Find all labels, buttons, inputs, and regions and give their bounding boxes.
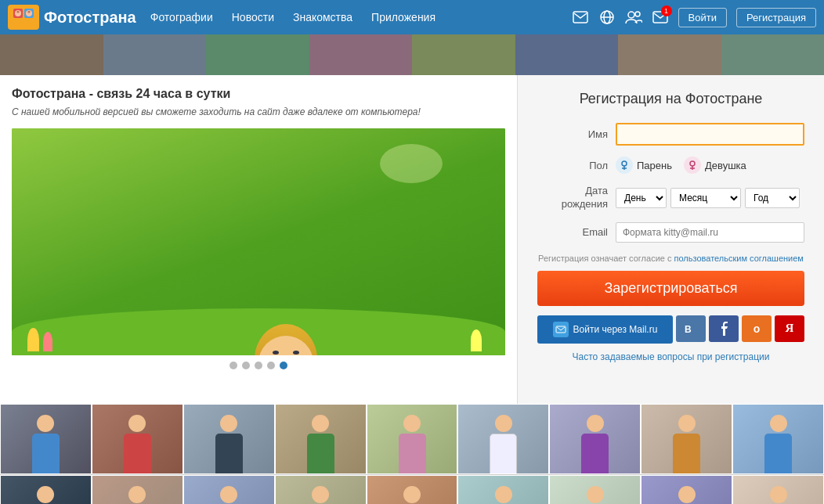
person-3 <box>213 415 244 473</box>
strip-photo-1 <box>0 34 103 75</box>
faq-link[interactable]: Часто задаваемые вопросы при регистрации <box>537 351 804 362</box>
photo-cell-15[interactable] <box>457 475 549 504</box>
dot-2[interactable] <box>242 362 250 369</box>
photo-cell-6[interactable] <box>457 404 549 474</box>
year-select[interactable]: Год <box>745 188 800 208</box>
slideshow-dots <box>12 362 505 369</box>
promo-section: Фотострана - связь 24 часа в сутки С наш… <box>12 87 505 119</box>
photo-cell-17[interactable] <box>641 475 732 504</box>
globe-icon[interactable] <box>598 9 616 26</box>
person-9 <box>763 415 794 473</box>
strip-photo-2 <box>103 34 207 75</box>
female-option[interactable]: Девушка <box>684 157 746 174</box>
name-input[interactable] <box>616 123 804 146</box>
photo-cell-16[interactable] <box>549 475 641 504</box>
person-8 <box>671 415 703 473</box>
main-content: Фотострана - связь 24 часа в сутки С наш… <box>0 75 824 404</box>
photo-row-2 <box>0 475 824 504</box>
male-icon <box>616 157 633 174</box>
strip-photo-6 <box>515 34 619 75</box>
registration-title: Регистрация на Фотостране <box>537 91 804 107</box>
photo-row-1 <box>0 404 824 474</box>
svg-text:B: B <box>685 324 692 334</box>
nav-apps[interactable]: Приложения <box>370 8 437 27</box>
logo-icon <box>8 5 39 30</box>
register-header-button[interactable]: Регистрация <box>736 8 816 27</box>
photo-cell-18[interactable] <box>732 475 824 504</box>
dot-1[interactable] <box>229 362 237 369</box>
photo-cell-7[interactable] <box>549 404 641 474</box>
mail-login-label: Войти через Mail.ru <box>573 324 658 335</box>
dot-3[interactable] <box>255 362 262 369</box>
promo-title: Фотострана - связь 24 часа в сутки <box>12 87 505 101</box>
odnoklassniki-login-button[interactable]: о <box>742 315 772 342</box>
social-login: Войти через Mail.ru B о Я <box>537 315 804 344</box>
dob-label: Дата рождения <box>537 185 608 211</box>
photo-cell-1[interactable] <box>0 404 92 474</box>
person-4 <box>305 415 336 473</box>
gender-row: Пол Парень <box>537 157 804 174</box>
date-selects: День Месяц Год <box>616 188 800 208</box>
svg-rect-4 <box>573 12 587 23</box>
male-option[interactable]: Парень <box>616 157 672 174</box>
messages-icon[interactable] <box>572 9 589 26</box>
users-icon[interactable] <box>625 9 642 26</box>
svg-point-9 <box>635 12 640 16</box>
email-input[interactable] <box>616 222 804 243</box>
facebook-login-button[interactable] <box>709 315 739 342</box>
photo-cell-8[interactable] <box>641 404 732 474</box>
hero-strip-photos <box>0 34 824 75</box>
person-16 <box>580 486 611 504</box>
person-1 <box>30 415 61 473</box>
photo-cell-2[interactable] <box>92 404 183 474</box>
svg-point-8 <box>628 12 634 18</box>
name-label: Имя <box>537 128 608 140</box>
nav-dating[interactable]: Знакомства <box>291 8 354 27</box>
female-label: Девушка <box>705 160 746 171</box>
vk-login-button[interactable]: B <box>676 315 706 342</box>
month-select[interactable]: Месяц <box>670 188 741 208</box>
promo-text: С нашей мобильной версией вы сможете зах… <box>12 105 505 119</box>
male-label: Парень <box>637 160 672 171</box>
day-select[interactable]: День <box>616 188 667 208</box>
logo[interactable]: Фотострана <box>8 5 136 30</box>
slideshow <box>12 128 505 355</box>
photo-cell-9[interactable] <box>732 404 824 474</box>
female-icon <box>684 157 701 174</box>
photo-cell-14[interactable] <box>367 475 458 504</box>
hero-strip <box>0 34 824 75</box>
person-7 <box>580 415 611 473</box>
person-2 <box>121 415 153 473</box>
mail-badge: 1 <box>661 5 672 16</box>
header: Фотострана Фотографии Новости Знакомства… <box>0 0 824 34</box>
photo-cell-11[interactable] <box>92 475 183 504</box>
strip-photo-4 <box>309 34 413 75</box>
agreement-link[interactable]: пользовательским соглашением <box>674 254 804 263</box>
svg-point-11 <box>622 161 627 166</box>
gender-label: Пол <box>537 160 608 171</box>
agreement-text: Регистрация означает согласие с <box>538 254 671 263</box>
mail-icon[interactable]: 1 <box>652 9 669 26</box>
photo-cell-3[interactable] <box>183 404 275 474</box>
login-button[interactable]: Войти <box>678 8 727 27</box>
email-label: Email <box>537 226 608 238</box>
nav-photos[interactable]: Фотографии <box>149 8 215 27</box>
photo-cell-4[interactable] <box>275 404 367 474</box>
photo-cell-10[interactable] <box>0 475 92 504</box>
main-nav: Фотографии Новости Знакомства Приложения <box>149 8 559 27</box>
strip-photo-5 <box>412 34 515 75</box>
person-10 <box>30 486 61 504</box>
register-button[interactable]: Зарегистрироваться <box>537 271 804 306</box>
nav-news[interactable]: Новости <box>230 8 276 27</box>
photo-cell-13[interactable] <box>275 475 367 504</box>
photo-cell-12[interactable] <box>183 475 275 504</box>
yandex-login-button[interactable]: Я <box>775 315 804 342</box>
strip-photo-3 <box>206 34 309 75</box>
photo-cell-5[interactable] <box>367 404 458 474</box>
person-15 <box>488 486 519 504</box>
dot-5[interactable] <box>280 362 287 369</box>
mail-login-button[interactable]: Войти через Mail.ru <box>537 315 673 344</box>
name-row: Имя <box>537 123 804 146</box>
person-11 <box>121 486 153 504</box>
dot-4[interactable] <box>267 362 275 369</box>
